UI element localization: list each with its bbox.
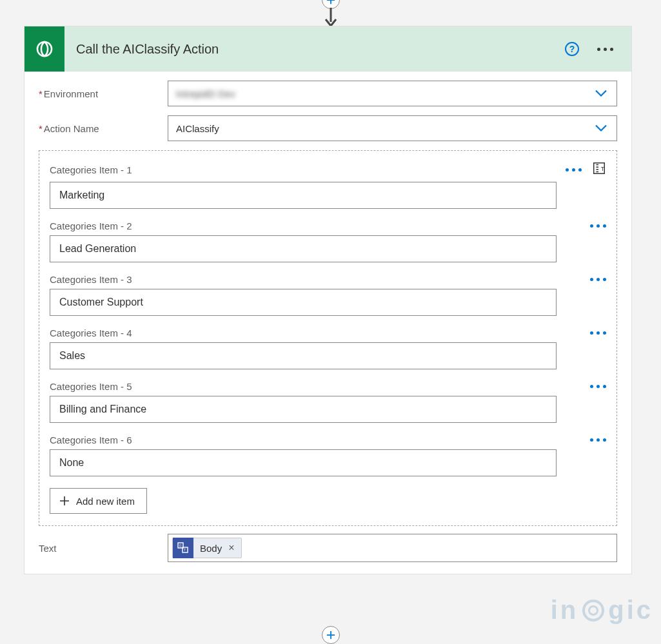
card-menu-button[interactable] [597,48,613,51]
categories-item-2: Categories Item - 2 Lead Generation [50,220,606,262]
categories-item-3: Categories Item - 3 Customer Support [50,274,606,316]
categories-item-label: Categories Item - 4 [50,327,132,338]
categories-item-6: Categories Item - 6 None [50,434,606,476]
categories-item-4-input[interactable]: Sales [50,342,557,369]
environment-row: *Environment IntrepidD Dev [39,81,617,106]
environment-label: *Environment [39,88,160,99]
card-title: Call the AIClassify Action [76,42,219,57]
item-menu-button[interactable] [566,168,582,171]
flow-arrow-down-icon [323,8,339,27]
svg-text:T: T [184,548,186,552]
svg-text:{}: {} [179,543,182,547]
categories-item-5-input[interactable]: Billing and Finance [50,396,557,423]
categories-item-1-input[interactable]: Marketing [50,182,557,209]
text-label: Text [39,543,160,554]
switch-array-mode-icon[interactable]: T [592,161,606,178]
categories-group: Categories Item - 1 T Marketing Categori… [39,150,617,526]
watermark-logo-icon [582,600,604,621]
action-name-select[interactable]: AIClassify [168,115,617,141]
categories-item-6-input[interactable]: None [50,449,557,476]
chevron-down-icon [595,88,607,99]
svg-point-0 [37,42,52,56]
item-menu-button[interactable] [590,224,606,228]
item-menu-button[interactable] [590,331,606,335]
categories-item-3-input[interactable]: Customer Support [50,289,557,316]
remove-token-icon[interactable]: × [228,542,234,554]
connector-icon [25,26,64,72]
add-step-bottom-button[interactable] [322,626,340,644]
categories-item-1: Categories Item - 1 T Marketing [50,161,606,209]
pill-label: Body [200,543,222,554]
watermark: in gic [551,596,653,625]
add-new-item-button[interactable]: Add new item [50,488,147,514]
categories-item-label: Categories Item - 5 [50,381,132,392]
action-name-row: *Action Name AIClassify [39,115,617,141]
item-menu-button[interactable] [590,278,606,281]
action-card: Call the AIClassify Action ? *Environmen… [24,26,632,574]
categories-item-label: Categories Item - 2 [50,220,132,231]
chevron-down-icon [595,123,607,134]
item-menu-button[interactable] [590,438,606,442]
categories-item-label: Categories Item - 3 [50,274,132,285]
svg-text:T: T [601,166,605,172]
item-menu-button[interactable] [590,385,606,388]
categories-item-2-input[interactable]: Lead Generation [50,235,557,262]
help-icon[interactable]: ? [565,42,579,56]
body-token-pill[interactable]: {}T Body × [172,538,242,558]
action-name-label: *Action Name [39,123,160,134]
categories-item-4: Categories Item - 4 Sales [50,327,606,369]
categories-item-5: Categories Item - 5 Billing and Finance [50,381,606,423]
environment-select[interactable]: IntrepidD Dev [168,81,617,106]
plus-icon [59,496,70,506]
card-header[interactable]: Call the AIClassify Action ? [25,26,631,72]
text-input[interactable]: {}T Body × [168,534,617,562]
categories-item-label: Categories Item - 1 [50,164,132,175]
categories-item-label: Categories Item - 6 [50,434,132,445]
text-row: Text {}T Body × [39,534,617,562]
dynamic-content-icon: {}T [173,538,193,558]
